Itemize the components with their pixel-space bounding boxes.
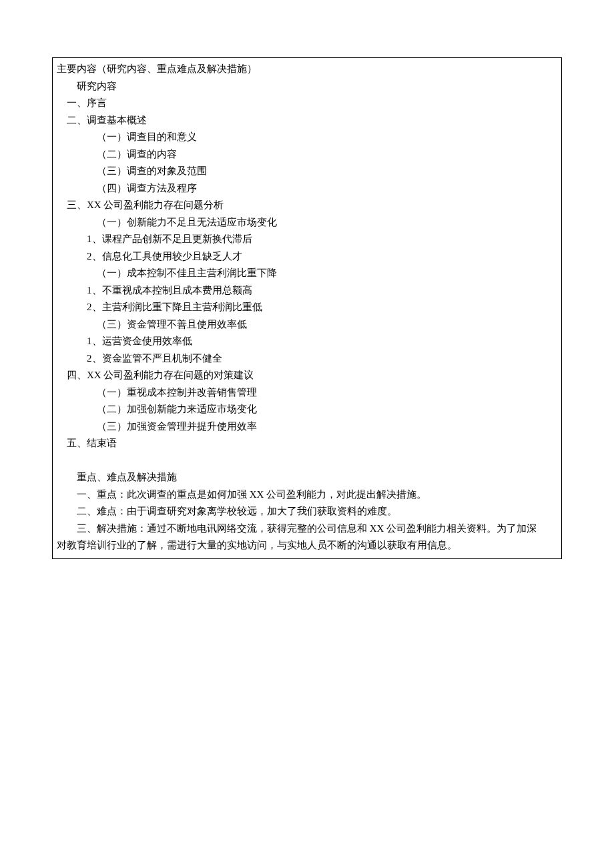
section-2-2: （二）调查的内容 <box>57 146 557 163</box>
box-title: 主要内容（研究内容、重点难点及解决措施） <box>57 61 557 78</box>
section-3-b-1: 1、不重视成本控制且成本费用总额高 <box>57 282 557 300</box>
heading-research-content: 研究内容 <box>57 78 557 95</box>
section-3-b-2: 2、主营利润比重下降且主营利润比重低 <box>57 299 557 316</box>
section-4-2: （二）加强创新能力来适应市场变化 <box>57 401 557 418</box>
section-2-3: （三）调查的对象及范围 <box>57 163 557 180</box>
section-2-1: （一）调查目的和意义 <box>57 129 557 146</box>
section-3-c: （三）资金管理不善且使用效率低 <box>57 316 557 334</box>
section-3-c-1: 1、运营资金使用效率低 <box>57 333 557 350</box>
section-2-4: （四）调查方法及程序 <box>57 180 557 197</box>
document-page: 主要内容（研究内容、重点难点及解决措施） 研究内容 一、序言 二、调查基本概述 … <box>0 0 614 559</box>
outline-box: 主要内容（研究内容、重点难点及解决措施） 研究内容 一、序言 二、调查基本概述 … <box>52 57 562 559</box>
section-3-b: （一）成本控制不佳且主营利润比重下降 <box>57 265 557 282</box>
difficulty-3-line1: 三、解决措施：通过不断地电讯网络交流，获得完整的公司信息和 XX 公司盈利能力相… <box>57 520 557 538</box>
section-4-1: （一）重视成本控制并改善销售管理 <box>57 384 557 402</box>
section-3-a-1: 1、课程产品创新不足且更新换代滞后 <box>57 231 557 248</box>
section-5: 五、结束语 <box>57 435 557 452</box>
section-3-a: （一）创新能力不足且无法适应市场变化 <box>57 214 557 232</box>
section-4-3: （三）加强资金管理并提升使用效率 <box>57 418 557 436</box>
difficulty-1: 一、重点：此次调查的重点是如何加强 XX 公司盈利能力，对此提出解决措施。 <box>57 486 557 504</box>
section-3-c-2: 2、资金监管不严且机制不健全 <box>57 350 557 368</box>
section-2: 二、调查基本概述 <box>57 112 557 129</box>
section-4: 四、XX 公司盈利能力存在问题的对策建议 <box>57 367 557 384</box>
difficulty-2: 二、难点：由于调查研究对象离学校较远，加大了我们获取资料的难度。 <box>57 503 557 520</box>
spacer <box>57 452 557 470</box>
section-3-a-2: 2、信息化工具使用较少且缺乏人才 <box>57 248 557 266</box>
difficulty-3-line2: 对教育培训行业的了解，需进行大量的实地访问，与实地人员不断的沟通以获取有用信息。 <box>57 537 557 554</box>
section-3: 三、XX 公司盈利能力存在问题分析 <box>57 197 557 214</box>
section-1: 一、序言 <box>57 95 557 112</box>
heading-difficulties: 重点、难点及解决措施 <box>57 469 557 486</box>
